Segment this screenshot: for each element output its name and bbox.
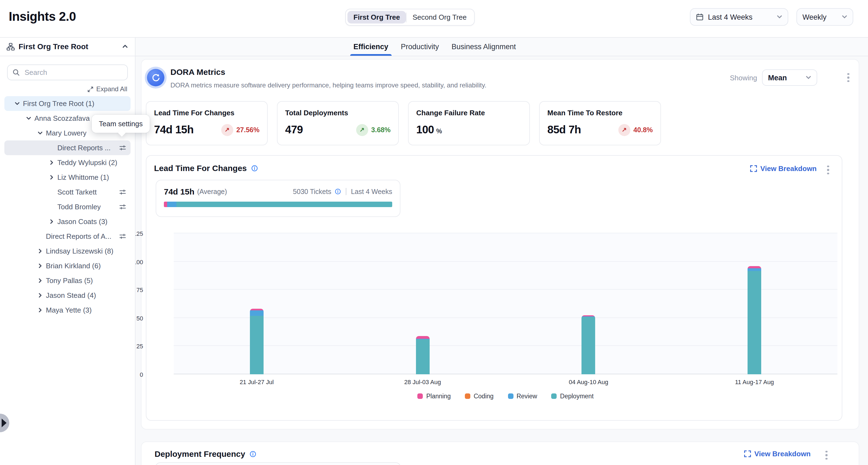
calendar-icon — [696, 13, 704, 21]
legend-swatch — [508, 394, 513, 399]
summary-range: Last 4 Weeks — [351, 188, 392, 195]
x-axis-label: 04 Aug-10 Aug — [505, 379, 672, 385]
legend-item-coding[interactable]: Coding — [465, 393, 494, 399]
chevron-right-icon[interactable] — [37, 307, 43, 313]
tree-item[interactable]: Jason Stead (4) — [4, 288, 130, 303]
info-icon[interactable] — [335, 188, 342, 195]
tree-item-label: Brian Kirkland (6) — [46, 262, 101, 270]
team-settings-icon[interactable] — [119, 203, 126, 210]
summary-value: 74d 15h — [164, 187, 194, 196]
team-settings-icon[interactable] — [119, 144, 126, 151]
bar-segment-review — [250, 310, 264, 316]
team-settings-icon[interactable] — [119, 188, 126, 196]
tree-item[interactable]: Scott Tarkett — [4, 185, 130, 199]
view-breakdown-label: View Breakdown — [761, 164, 817, 173]
chevron-down-icon — [806, 75, 811, 80]
tab-efficiency[interactable]: Efficiency — [352, 37, 390, 56]
stat-card-value: 74d 15h — [154, 123, 194, 136]
tree-item[interactable]: Direct Reports of A... — [4, 229, 130, 244]
bar-segment-review — [748, 268, 761, 271]
stat-card-delta: ↗27.56% — [221, 124, 259, 136]
tree-item-label: Lindsay Liszewski (8) — [46, 247, 113, 255]
collapse-chevron-up-icon[interactable] — [122, 43, 128, 50]
chevron-down-icon[interactable] — [26, 115, 32, 121]
tab-business-alignment[interactable]: Business Alignment — [451, 37, 517, 56]
stat-cards: Lead Time For Changes74d 15h↗27.56%Total… — [146, 101, 661, 145]
chevron-right-icon[interactable] — [37, 278, 43, 284]
chevron-right-icon[interactable] — [49, 160, 55, 165]
org-toggle-first[interactable]: First Org Tree — [347, 11, 406, 24]
chevron-down-icon — [777, 15, 782, 19]
date-range-dropdown[interactable]: Last 4 Weeks — [690, 8, 788, 26]
tree-item[interactable]: Tony Pallas (5) — [4, 273, 130, 288]
indent-spacer — [49, 204, 55, 210]
chevron-right-icon[interactable] — [49, 174, 55, 180]
stacked-bar[interactable] — [250, 308, 264, 374]
tree-item-label: Anna Scozzafava — [34, 114, 90, 122]
view-breakdown-button[interactable]: View Breakdown — [744, 450, 811, 458]
chevron-right-icon[interactable] — [37, 248, 43, 254]
stat-card: Lead Time For Changes74d 15h↗27.56% — [146, 101, 268, 145]
chart-column — [505, 233, 672, 374]
team-settings-icon[interactable] — [119, 233, 126, 240]
view-breakdown-button[interactable]: View Breakdown — [750, 164, 817, 173]
triangle-right-icon — [2, 418, 6, 427]
tree-item[interactable]: Brian Kirkland (6) — [4, 258, 130, 273]
dora-kebab-menu-icon[interactable] — [844, 73, 852, 83]
org-toggle-second[interactable]: Second Org Tree — [407, 11, 473, 24]
tickets-count: 5030 Tickets — [293, 188, 331, 195]
granularity-value: Weekly — [802, 13, 827, 21]
chevron-down-icon — [842, 15, 847, 19]
stacked-bar[interactable] — [582, 315, 595, 374]
legend-item-review[interactable]: Review — [508, 393, 537, 399]
chart-column — [174, 233, 340, 374]
chevron-down-icon[interactable] — [37, 130, 43, 136]
dora-metrics-panel: DORA Metrics DORA metrics measure softwa… — [141, 59, 859, 430]
legend-item-deployment[interactable]: Deployment — [552, 393, 594, 399]
phase-segment-deployment — [176, 202, 392, 207]
stacked-bar[interactable] — [748, 266, 761, 374]
granularity-dropdown[interactable]: Weekly — [797, 8, 853, 26]
stat-card-unit: % — [436, 127, 442, 135]
x-axis-label: 21 Jul-27 Jul — [174, 379, 340, 385]
tree-item[interactable]: Direct Reports ... — [4, 141, 130, 155]
tree-item[interactable]: Teddy Wylupski (2) — [4, 155, 130, 170]
chevron-down-icon[interactable] — [14, 100, 20, 106]
y-axis-tick: 25 — [136, 343, 144, 350]
search-input[interactable] — [24, 68, 122, 77]
phase-segment-planning — [164, 202, 167, 207]
stat-card-value: 85d 7h — [547, 123, 581, 136]
tree-item[interactable]: Todd Bromley — [4, 199, 130, 214]
info-icon[interactable] — [251, 164, 258, 172]
tree-item[interactable]: Jason Coats (3) — [4, 214, 130, 229]
tree-item[interactable]: Liz Whittome (1) — [4, 170, 130, 185]
bar-segment-deployment — [416, 339, 429, 374]
tree-item-label: Jason Coats (3) — [57, 217, 107, 226]
expand-all-button[interactable]: Expand All — [88, 85, 127, 93]
tree-item[interactable]: First Org Tree Root (1) — [4, 96, 130, 111]
chevron-right-icon[interactable] — [37, 292, 43, 298]
indent-spacer — [37, 233, 43, 239]
chevron-right-icon[interactable] — [49, 219, 55, 224]
aggregation-value: Mean — [768, 73, 787, 82]
summary-top-row: 74d 15h (Average) 5030 Tickets Last 4 We… — [164, 187, 392, 196]
aggregation-dropdown[interactable]: Mean — [762, 69, 817, 86]
deployment-kebab-menu-icon[interactable] — [823, 450, 830, 460]
dora-title: DORA Metrics — [170, 67, 225, 76]
tab-bar: EfficiencyProductivityBusiness Alignment — [135, 37, 868, 56]
legend-label: Deployment — [560, 393, 594, 399]
legend-item-planning[interactable]: Planning — [417, 393, 451, 399]
chart-kebab-menu-icon[interactable] — [824, 165, 832, 175]
lead-time-title-row: Lead Time For Changes — [154, 163, 258, 173]
tab-productivity[interactable]: Productivity — [400, 37, 440, 56]
chevron-right-icon[interactable] — [37, 263, 43, 269]
tree-item[interactable]: Maya Yette (3) — [4, 303, 130, 317]
indent-spacer — [49, 189, 55, 195]
stacked-bar[interactable] — [416, 336, 429, 374]
y-axis-tick: 0 — [140, 371, 143, 378]
tree-item[interactable]: Lindsay Liszewski (8) — [4, 244, 130, 258]
dora-description: DORA metrics measure software delivery p… — [170, 82, 487, 89]
info-icon[interactable] — [249, 450, 257, 458]
org-tree-toggle: First Org Tree Second Org Tree — [345, 9, 475, 26]
view-breakdown-icon — [744, 450, 751, 457]
